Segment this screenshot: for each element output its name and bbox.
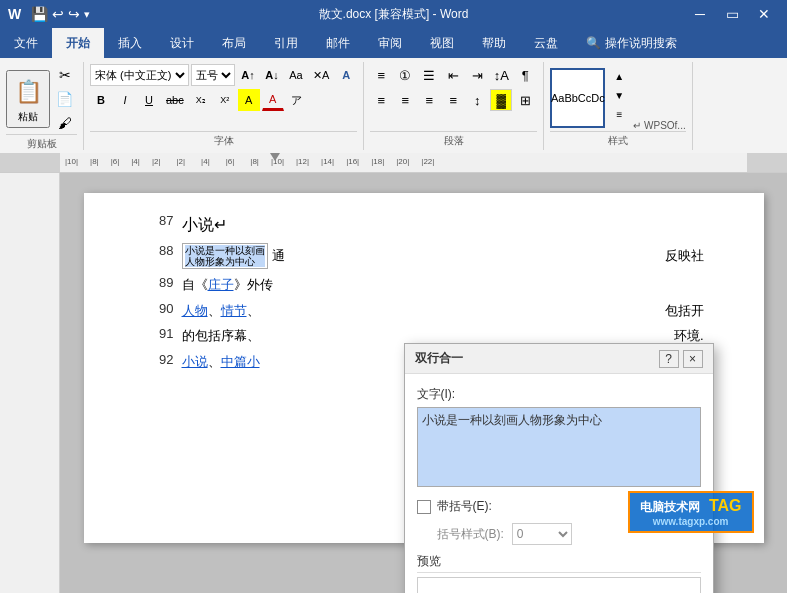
text-effects-button[interactable]: A	[335, 64, 357, 86]
font-group: 宋体 (中文正文) 五号 A↑ A↓ Aa ✕A A B I U abc X₂ …	[84, 62, 364, 150]
watermark-url: www.tagxp.com	[640, 516, 742, 527]
clear-format-button[interactable]: ✕A	[309, 64, 333, 86]
cut-button[interactable]: ✂	[52, 64, 77, 86]
style-item-normal[interactable]: AaBbCcDc	[550, 68, 605, 128]
font-size-select[interactable]: 五号	[191, 64, 235, 86]
char-shading-button[interactable]: ア	[286, 89, 308, 111]
watermark: 电脑技术网 TAG www.tagxp.com	[628, 491, 754, 533]
align-right-button[interactable]: ≡	[418, 89, 440, 111]
style-scroll-up[interactable]: ▲	[607, 68, 631, 85]
increase-font-button[interactable]: A↑	[237, 64, 259, 86]
align-center-button[interactable]: ≡	[394, 89, 416, 111]
copy-button[interactable]: 📄	[52, 88, 77, 110]
font-row1: 宋体 (中文正文) 五号 A↑ A↓ Aa ✕A A	[90, 64, 357, 86]
styles-content: AaBbCcDc ▲ ▼ ≡ ↵ WPSOf...	[550, 64, 685, 131]
shading-button[interactable]: ▓	[490, 89, 512, 111]
bold-button[interactable]: B	[90, 89, 112, 111]
dialog-help-button[interactable]: ?	[659, 350, 679, 368]
tab-design[interactable]: 设计	[156, 28, 208, 58]
decrease-indent-button[interactable]: ⇤	[442, 64, 464, 86]
styles-gallery: AaBbCcDc ▲ ▼ ≡	[550, 68, 631, 128]
tab-cloud[interactable]: 云盘	[520, 28, 572, 58]
undo-icon[interactable]: ↩	[52, 6, 64, 22]
tab-insert[interactable]: 插入	[104, 28, 156, 58]
paragraph-group: ≡ ① ☰ ⇤ ⇥ ↕A ¶ ≡ ≡ ≡ ≡ ↕ ▓ ⊞ 段落	[364, 62, 544, 150]
minimize-button[interactable]: ─	[685, 4, 715, 24]
change-case-button[interactable]: Aa	[285, 64, 307, 86]
styles-group: AaBbCcDc ▲ ▼ ≡ ↵ WPSOf... 样式	[544, 62, 692, 150]
italic-button[interactable]: I	[114, 89, 136, 111]
style-scroll-down[interactable]: ▼	[607, 87, 631, 104]
show-marks-button[interactable]: ¶	[514, 64, 536, 86]
bracket-style-select[interactable]: 0	[512, 523, 572, 545]
shuanghang-dialog: 双行合一 ? × 文字(I): 小说是一种以刻画人物形象为中心 带括号(E):	[404, 343, 714, 593]
dialog-titlebar: 双行合一 ? ×	[405, 344, 713, 374]
styles-group-label: 样式	[550, 131, 685, 148]
text-highlight-button[interactable]: A	[238, 89, 260, 111]
paragraph-group-label: 段落	[370, 131, 537, 148]
page-canvas: 87 小说↵ 88 小说是一种以刻画 人物形象为中心 通 反映社 89	[60, 173, 787, 593]
document-area: 87 小说↵ 88 小说是一种以刻画 人物形象为中心 通 反映社 89	[0, 173, 787, 593]
superscript-button[interactable]: X²	[214, 89, 236, 111]
justify-button[interactable]: ≡	[442, 89, 464, 111]
strikethrough-button[interactable]: abc	[162, 89, 188, 111]
clipboard-controls: 📋 粘贴 ✂ 📄 🖌	[6, 64, 77, 134]
borders-button[interactable]: ⊞	[514, 89, 536, 111]
ribbon-panel: 📋 粘贴 ✂ 📄 🖌 剪贴板 宋体 (中文正文) 五号 A↑	[0, 58, 787, 153]
tab-file[interactable]: 文件	[0, 28, 52, 58]
search-icon: 🔍	[586, 36, 601, 50]
ruler: |10||8||6||4||2||2||4||6||8||10||12||14|…	[0, 153, 787, 173]
tab-mailings[interactable]: 邮件	[312, 28, 364, 58]
watermark-brand: 电脑技术网	[640, 500, 700, 514]
format-painter-button[interactable]: 🖌	[52, 112, 77, 134]
close-button[interactable]: ✕	[749, 4, 779, 24]
increase-indent-button[interactable]: ⇥	[466, 64, 488, 86]
preview-label: 预览	[417, 553, 701, 573]
tab-home[interactable]: 开始	[52, 28, 104, 58]
tab-references[interactable]: 引用	[260, 28, 312, 58]
ruler-right-margin	[747, 153, 787, 172]
save-icon[interactable]: 💾	[31, 6, 48, 22]
bullets-button[interactable]: ≡	[370, 64, 392, 86]
word-icon: W	[8, 6, 21, 22]
window-controls: ─ ▭ ✕	[685, 4, 779, 24]
subscript-button[interactable]: X₂	[190, 89, 212, 111]
paste-button[interactable]: 📋 粘贴	[6, 70, 50, 128]
tab-review[interactable]: 审阅	[364, 28, 416, 58]
redo-icon[interactable]: ↪	[68, 6, 80, 22]
underline-button[interactable]: U	[138, 89, 160, 111]
restore-button[interactable]: ▭	[717, 4, 747, 24]
dialog-title-text: 双行合一	[415, 350, 463, 367]
title-bar: W 💾 ↩ ↪ ▾ 散文.docx [兼容模式] - Word ─ ▭ ✕	[0, 0, 787, 28]
tab-search[interactable]: 🔍 操作说明搜索	[572, 28, 691, 58]
font-color-button[interactable]: A	[262, 89, 284, 111]
clipboard-group: 📋 粘贴 ✂ 📄 🖌 剪贴板	[0, 62, 84, 150]
page-content: 87 小说↵ 88 小说是一种以刻画 人物形象为中心 通 反映社 89	[84, 193, 764, 543]
line-spacing-button[interactable]: ↕	[466, 89, 488, 111]
brackets-checkbox[interactable]	[417, 500, 431, 514]
dialog-title-controls: ? ×	[659, 350, 703, 368]
para-row2: ≡ ≡ ≡ ≡ ↕ ▓ ⊞	[370, 89, 537, 111]
ruler-left-margin	[0, 153, 60, 172]
tab-help[interactable]: 帮助	[468, 28, 520, 58]
text-input[interactable]: 小说是一种以刻画人物形象为中心	[417, 407, 701, 487]
para-row1: ≡ ① ☰ ⇤ ⇥ ↕A ¶	[370, 64, 537, 86]
text-field-label: 文字(I):	[417, 386, 701, 403]
tab-layout[interactable]: 布局	[208, 28, 260, 58]
tab-view[interactable]: 视图	[416, 28, 468, 58]
customize-icon[interactable]: ▾	[84, 8, 90, 21]
font-name-select[interactable]: 宋体 (中文正文)	[90, 64, 189, 86]
sort-button[interactable]: ↕A	[490, 64, 512, 86]
bracket-style-label: 括号样式(B):	[437, 526, 504, 543]
font-group-label: 字体	[90, 131, 357, 148]
decrease-font-button[interactable]: A↓	[261, 64, 283, 86]
watermark-tag: TAG	[709, 497, 742, 514]
dialog-close-button[interactable]: ×	[683, 350, 703, 368]
quick-access-toolbar: W 💾 ↩ ↪ ▾	[8, 6, 90, 22]
clipboard-label: 剪贴板	[6, 134, 77, 151]
numbering-button[interactable]: ①	[394, 64, 416, 86]
style-expand[interactable]: ≡	[607, 106, 631, 123]
align-left-button[interactable]: ≡	[370, 89, 392, 111]
brackets-label: 带括号(E):	[437, 498, 492, 515]
multilevel-list-button[interactable]: ☰	[418, 64, 440, 86]
